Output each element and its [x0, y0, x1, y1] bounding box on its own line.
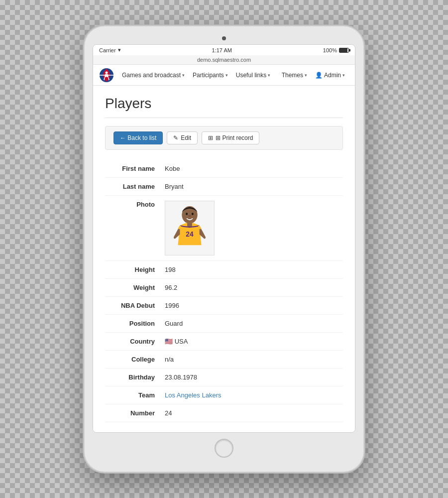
birthday-label: Birthday	[105, 374, 165, 381]
field-weight: Weight 96.2	[105, 279, 343, 297]
print-record-button[interactable]: ⊞ ⊞ Print record	[202, 131, 259, 144]
wifi-icon: ▾	[118, 47, 121, 53]
team-label: Team	[105, 391, 165, 399]
number-label: Number	[105, 409, 165, 417]
front-camera	[222, 36, 226, 40]
svg-point-2	[106, 71, 108, 74]
first-name-label: First name	[105, 165, 165, 172]
nav-games-broadcast[interactable]: Games and broadcast ▾	[118, 65, 189, 86]
height-label: Height	[105, 266, 165, 273]
status-bar-right: 100%	[323, 47, 349, 53]
nav-admin[interactable]: 👤 Admin ▾	[311, 65, 349, 86]
field-height: Height 198	[105, 261, 343, 279]
field-first-name: First name Kobe	[105, 160, 343, 178]
svg-point-8	[192, 213, 194, 215]
photo-value: 24	[165, 201, 343, 255]
svg-line-3	[104, 78, 105, 80]
status-bar: Carrier ▾ 1:17 AM 100%	[93, 45, 355, 55]
back-to-list-button[interactable]: ← Back to list	[113, 131, 163, 144]
field-birthday: Birthday 23.08.1978	[105, 369, 343, 386]
battery-percentage: 100%	[323, 47, 337, 53]
nav-themes[interactable]: Themes ▾	[278, 65, 311, 86]
college-value: n/a	[165, 356, 343, 363]
field-country: Country 🇺🇸 USA	[105, 333, 343, 351]
college-label: College	[105, 356, 165, 363]
number-value: 24	[165, 409, 343, 417]
nav-participants[interactable]: Participants ▾	[189, 65, 232, 86]
games-dropdown-arrow: ▾	[182, 73, 185, 78]
player-svg: 24	[165, 201, 214, 255]
country-value: 🇺🇸 USA	[165, 338, 343, 345]
player-photo-container: 24	[165, 201, 215, 255]
nba-logo	[99, 68, 114, 83]
edit-button[interactable]: ✎ Edit	[167, 131, 198, 144]
battery-fill	[339, 48, 347, 52]
page-title: Players	[105, 96, 343, 118]
time-display: 1:17 AM	[212, 47, 232, 53]
nba-debut-value: 1996	[165, 302, 343, 309]
tablet-screen: Carrier ▾ 1:17 AM 100% demo.sqlmaestro.c…	[93, 44, 355, 433]
nba-debut-label: NBA Debut	[105, 302, 165, 309]
us-flag-icon: 🇺🇸	[165, 338, 173, 345]
weight-label: Weight	[105, 284, 165, 291]
team-value: Los Angeles Lakers	[165, 391, 343, 399]
content-area: Players ← Back to list ✎ Edit ⊞ ⊞ Print …	[93, 86, 355, 432]
field-number: Number 24	[105, 404, 343, 422]
field-photo: Photo	[105, 196, 343, 261]
svg-rect-11	[187, 223, 192, 227]
battery-icon	[339, 48, 349, 53]
position-value: Guard	[165, 320, 343, 327]
useful-links-dropdown-arrow: ▾	[268, 73, 270, 78]
admin-user-icon: 👤	[315, 72, 323, 79]
nav-useful-links[interactable]: Useful links ▾	[232, 65, 274, 86]
photo-label: Photo	[105, 201, 165, 208]
nav-themes-label: Themes	[282, 72, 303, 79]
nav-admin-label: Admin	[324, 72, 341, 79]
participants-dropdown-arrow: ▾	[225, 73, 228, 78]
field-college: College n/a	[105, 351, 343, 369]
height-value: 198	[165, 266, 343, 273]
weight-value: 96.2	[165, 284, 343, 291]
position-label: Position	[105, 320, 165, 327]
nav-participants-label: Participants	[193, 72, 224, 79]
home-button[interactable]	[215, 439, 233, 458]
field-last-name: Last name Bryant	[105, 178, 343, 196]
last-name-label: Last name	[105, 183, 165, 190]
svg-line-4	[109, 78, 109, 80]
field-team: Team Los Angeles Lakers	[105, 386, 343, 404]
country-name: USA	[175, 338, 188, 345]
team-link[interactable]: Los Angeles Lakers	[165, 391, 221, 399]
url-bar[interactable]: demo.sqlmaestro.com	[93, 55, 355, 65]
record-table: First name Kobe Last name Bryant Photo	[105, 160, 343, 422]
edit-pencil-icon: ✎	[173, 134, 178, 141]
print-record-label: ⊞ Print record	[216, 134, 253, 141]
url-text: demo.sqlmaestro.com	[197, 57, 251, 63]
nav-right: Themes ▾ 👤 Admin ▾	[278, 65, 349, 86]
svg-text:24: 24	[186, 231, 194, 238]
country-label: Country	[105, 338, 165, 345]
home-button-area	[93, 433, 355, 462]
status-bar-left: Carrier ▾	[99, 47, 121, 53]
admin-dropdown-arrow: ▾	[342, 73, 345, 78]
field-position: Position Guard	[105, 315, 343, 333]
tablet-device: Carrier ▾ 1:17 AM 100% demo.sqlmaestro.c…	[85, 26, 363, 472]
last-name-value: Bryant	[165, 183, 343, 190]
nav-games-broadcast-label: Games and broadcast	[122, 72, 181, 79]
print-icon: ⊞	[208, 134, 213, 141]
edit-label: Edit	[181, 134, 191, 141]
navbar: Games and broadcast ▾ Participants ▾ Use…	[93, 65, 355, 86]
birthday-value: 23.08.1978	[165, 374, 343, 381]
nav-useful-links-label: Useful links	[236, 72, 266, 79]
field-nba-debut: NBA Debut 1996	[105, 297, 343, 315]
action-bar: ← Back to list ✎ Edit ⊞ ⊞ Print record	[105, 126, 343, 150]
svg-point-6	[182, 206, 197, 224]
svg-point-9	[188, 215, 191, 217]
svg-point-7	[186, 213, 188, 215]
first-name-value: Kobe	[165, 165, 343, 172]
carrier-label: Carrier	[99, 47, 116, 53]
themes-dropdown-arrow: ▾	[305, 73, 307, 78]
